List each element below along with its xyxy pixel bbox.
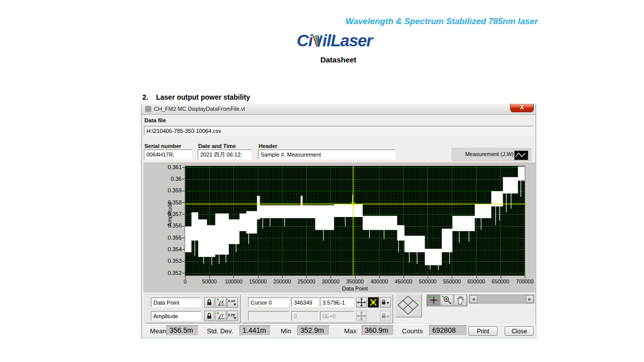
date-time-field[interactable]: 2021 四月 06 12:: [198, 150, 252, 160]
cursor-center-button[interactable]: [368, 297, 379, 308]
legend-series-label: Measurement (J,W): [454, 151, 514, 157]
date-time-label: Date and Time: [198, 143, 236, 149]
page: Wavelength & Spectrum Stabilized 785nm l…: [0, 0, 644, 362]
left-arrow-icon: ◄: [471, 297, 476, 302]
waveform-plot-area[interactable]: [185, 166, 525, 276]
y-axis-labels: 0.3610.360.3590.3580.3570.3560.3550.3540…: [143, 166, 182, 275]
autoscale-y-icon: Y: [216, 311, 226, 321]
legend-line-icon: [514, 151, 528, 160]
y-tick-label: 0.36: [143, 176, 182, 182]
y-autoscale-button[interactable]: Y: [215, 311, 226, 321]
graph-tool-palette: [426, 294, 467, 307]
section-heading: 2. Laser output power stability: [142, 93, 250, 101]
y-axis-title: Amplitude: [167, 202, 173, 227]
magnifier-icon: [441, 295, 453, 305]
cursor2-name-field[interactable]: [248, 311, 289, 321]
page-headline: Wavelength & Spectrum Stabilized 785nm l…: [346, 17, 538, 27]
logo-text-prefix: Ci: [297, 31, 312, 50]
x-tick-label: 700000: [511, 278, 539, 284]
cursor2-x-field[interactable]: 0: [291, 311, 319, 321]
mean-value: 356.5m: [167, 325, 199, 336]
data-file-label: Data file: [144, 117, 166, 123]
serial-number-field[interactable]: 0064H17R,: [144, 150, 192, 160]
y-tick-label: 0.359: [143, 187, 182, 193]
logo-text-suffix: ilLaser: [323, 31, 372, 50]
data-file-path-field[interactable]: H:\210406-785-350-10064.csv: [144, 126, 533, 135]
print-button[interactable]: Print: [468, 326, 498, 336]
close-window-button[interactable]: X: [510, 104, 534, 112]
vi-app-icon: [145, 105, 151, 112]
vi-window: CH_FM2 MC DisplayDataFromFile.vi X Data …: [141, 104, 536, 338]
x-axis-title: Data Point: [185, 285, 525, 292]
cursor-x-field[interactable]: 346349: [291, 298, 319, 307]
move-arrows-icon: [357, 298, 366, 307]
header-field[interactable]: Sample #, Measurement: [258, 150, 395, 160]
svg-text:X: X: [220, 300, 224, 305]
logo-v-icon: [312, 33, 323, 46]
max-value: 360.9m: [362, 325, 394, 336]
x-axis-labels: 0500001000001500002000002500003000003500…: [185, 278, 525, 285]
cursor2-y-field[interactable]: 0E+0: [320, 311, 354, 321]
close-x-icon: X: [520, 104, 524, 110]
y-axis-lock-button[interactable]: [204, 311, 214, 321]
y-tick-label: 0.361: [143, 164, 182, 170]
y-tick-label: 0.357: [143, 211, 182, 217]
max-label: Max: [344, 327, 357, 335]
pan-hand-tool-button[interactable]: [454, 295, 467, 306]
lock-icon: [205, 298, 214, 307]
cursor-group: Cursor 0 346349 3.579E-1 0 0E+0: [242, 294, 393, 324]
x-autoscale-button[interactable]: X: [215, 297, 226, 308]
y-tick-label: 0.353: [143, 258, 182, 264]
scroll-left-button[interactable]: ◄: [469, 295, 477, 303]
cursor-y-field[interactable]: 3.579E-1: [320, 298, 354, 307]
x-axis-name-field[interactable]: Data Point: [151, 298, 201, 307]
chart-panel: 0.3610.360.3590.3580.3570.3560.3550.3540…: [143, 163, 536, 293]
graph-pan-diamond-button[interactable]: [395, 294, 422, 318]
counts-label: Counts: [402, 327, 423, 335]
scroll-right-button[interactable]: ►: [526, 295, 534, 303]
window-title: CH_FM2 MC DisplayDataFromFile.vi: [154, 104, 245, 114]
yellow-cursor-icon: [368, 298, 378, 307]
hand-icon: [454, 295, 466, 305]
cursor2-lock-dropdown-button[interactable]: [380, 311, 391, 321]
axis-format-group: Data Point X x.xx Amplitude Y y.yy: [144, 294, 241, 324]
move-arrows-icon: [357, 311, 366, 321]
x-axis-lock-button[interactable]: [204, 297, 214, 308]
min-value: 352.9m: [297, 325, 330, 336]
stddev-label: Std. Dev.: [207, 327, 233, 335]
y-axis-name-field[interactable]: Amplitude: [151, 311, 201, 321]
x-format-dropdown-button[interactable]: x.xx: [227, 297, 238, 308]
min-label: Min: [281, 327, 291, 335]
datasheet-caption: Datasheet: [302, 55, 375, 64]
cursor-lock-dropdown-button[interactable]: [380, 297, 391, 308]
y-format-icon: y.yy: [227, 311, 237, 321]
graph-horizontal-scrollbar[interactable]: ◄ ►: [469, 295, 534, 304]
cursor-move-button[interactable]: [356, 297, 367, 308]
mean-label: Mean: [150, 327, 167, 335]
header-label: Header: [259, 143, 277, 149]
serial-number-label: Serial number: [144, 143, 181, 149]
waveform-chart: [185, 166, 525, 275]
right-arrow-icon: ►: [528, 297, 532, 302]
svg-text:y.yy: y.yy: [228, 312, 235, 317]
cursor2-move-button[interactable]: [356, 311, 367, 321]
stddev-value: 1.441m: [239, 325, 271, 336]
y-tick-label: 0.355: [143, 235, 182, 241]
zoom-tool-button[interactable]: [440, 295, 453, 306]
lock-dropdown-icon: [380, 311, 390, 321]
cursor-name-field[interactable]: Cursor 0: [248, 298, 289, 307]
y-tick-label: 0.352: [143, 270, 182, 276]
crosshair-icon: [427, 295, 439, 305]
svg-text:x.xx: x.xx: [228, 299, 235, 303]
svg-text:Y: Y: [221, 313, 224, 318]
lock-dropdown-icon: [380, 298, 390, 307]
y-tick-label: 0.356: [143, 223, 182, 229]
crosshair-tool-button[interactable]: [427, 295, 440, 306]
y-tick-label: 0.358: [143, 199, 182, 205]
y-format-dropdown-button[interactable]: y.yy: [227, 311, 238, 321]
close-button[interactable]: Close: [505, 326, 534, 336]
titlebar[interactable]: CH_FM2 MC DisplayDataFromFile.vi X: [142, 104, 535, 115]
plot-legend[interactable]: Measurement (J,W): [452, 148, 531, 161]
stats-bar: Mean 356.5m Std. Dev. 1.441m Min 352.9m …: [143, 324, 536, 338]
counts-value: 692808: [429, 325, 467, 336]
